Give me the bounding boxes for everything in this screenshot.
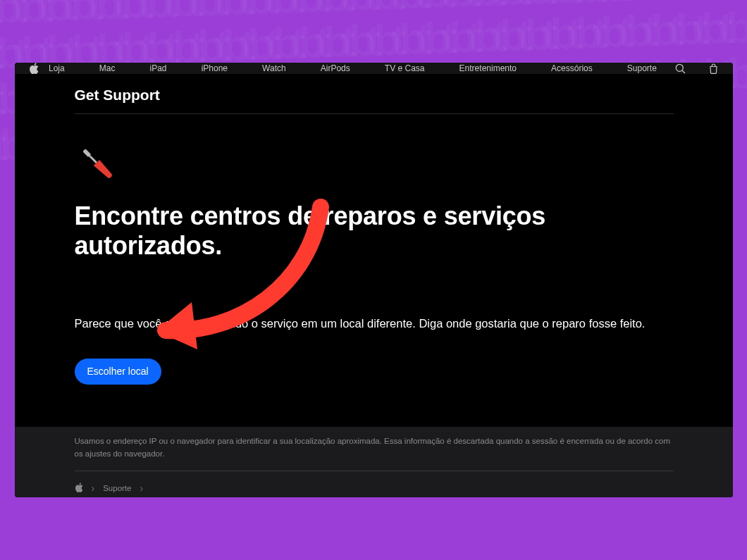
- chevron-right-icon: ›: [92, 483, 95, 494]
- choose-location-button[interactable]: Escolher local: [75, 359, 161, 385]
- headline: Encontre centros de reparos e serviços a…: [75, 201, 674, 261]
- page-title: Get Support: [75, 87, 674, 113]
- nav-item-mac[interactable]: Mac: [99, 63, 116, 73]
- footer-ip-notice: Usamos o endereço IP ou o navegador para…: [75, 435, 674, 461]
- screwdriver-icon: [75, 141, 674, 185]
- nav-item-suporte[interactable]: Suporte: [627, 63, 657, 73]
- nav-item-acessorios[interactable]: Acessórios: [551, 63, 593, 73]
- apple-logo-icon[interactable]: [29, 63, 39, 74]
- nav-links: Loja Mac iPad iPhone Watch AirPods TV e …: [39, 63, 665, 73]
- nav-item-watch[interactable]: Watch: [262, 63, 286, 73]
- breadcrumb: › Suporte ›: [75, 481, 674, 495]
- browser-window: Loja Mac iPad iPhone Watch AirPods TV e …: [15, 63, 733, 497]
- search-icon[interactable]: [675, 63, 686, 74]
- nav-item-loja[interactable]: Loja: [49, 63, 65, 73]
- page-content: Get Support Encontre centros de reparos …: [75, 74, 674, 427]
- chevron-right-icon: ›: [140, 483, 143, 494]
- breadcrumb-suporte[interactable]: Suporte: [103, 484, 131, 492]
- bag-icon[interactable]: [708, 63, 719, 74]
- apple-logo-small-icon[interactable]: [75, 483, 83, 494]
- footer: Usamos o endereço IP ou o navegador para…: [15, 427, 733, 497]
- nav-item-iphone[interactable]: iPhone: [202, 63, 228, 73]
- nav-item-entretenimento[interactable]: Entretenimento: [459, 63, 517, 73]
- subtext: Parece que você está agendando o serviço…: [75, 317, 674, 330]
- nav-item-ipad[interactable]: iPad: [150, 63, 167, 73]
- svg-line-1: [682, 70, 685, 73]
- hero-section: Encontre centros de reparos e serviços a…: [75, 114, 674, 427]
- svg-point-0: [676, 64, 683, 71]
- svg-rect-3: [89, 155, 97, 163]
- global-nav: Loja Mac iPad iPhone Watch AirPods TV e …: [15, 63, 733, 74]
- footer-divider-1: [75, 471, 674, 471]
- nav-item-airpods[interactable]: AirPods: [321, 63, 350, 73]
- nav-item-tv-casa[interactable]: TV e Casa: [385, 63, 425, 73]
